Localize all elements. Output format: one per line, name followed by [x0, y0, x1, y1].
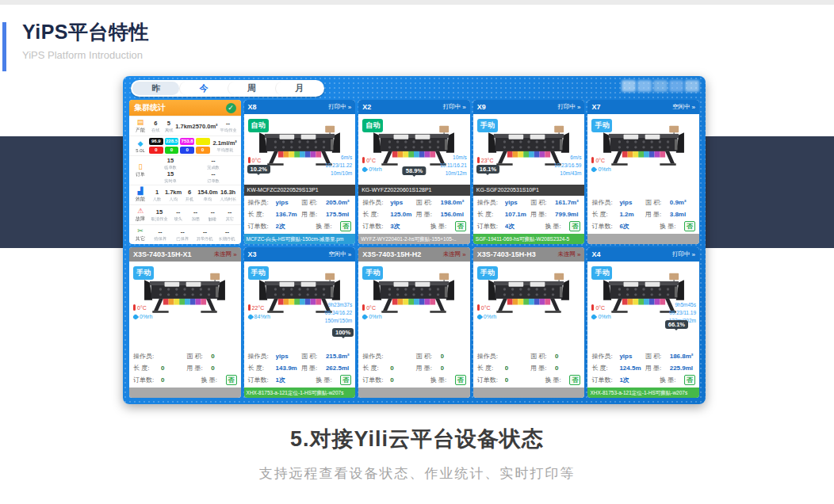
ink-label: 用 墨: — [645, 210, 670, 219]
mode-badge[interactable]: 手动 — [477, 266, 498, 280]
device-status[interactable]: 空闲中 » — [328, 250, 351, 258]
stat-value: 15 — [149, 157, 192, 164]
stat-label: 待保养 — [151, 235, 170, 240]
ink-change-badge[interactable]: 否 — [569, 221, 580, 231]
droplet-icon — [476, 313, 483, 319]
stat-value: 2570.0m² — [193, 123, 218, 130]
operator-label: 操作员: — [248, 198, 276, 207]
ink-change-badge[interactable]: 否 — [455, 221, 466, 231]
mode-badge[interactable]: 手动 — [362, 266, 383, 280]
ink-change-label: 换 墨: — [316, 222, 340, 231]
area-value: 161.7m² — [555, 199, 580, 206]
device-status-label: 打印中 — [557, 103, 576, 111]
stat-value: 154.0m — [197, 189, 217, 196]
area-label: 面 积: — [530, 352, 555, 361]
stat-cell: --长期停机 — [216, 228, 238, 242]
yili-cloud-dashboard: 昨 今 周 月 集群统计 ✓ ▤产能6在线5离线1.7km2570.0m²--平… — [123, 76, 706, 404]
temperature: 0°C — [362, 304, 381, 311]
print-progress-info: 10m/s10.11/16.2110m/12m — [440, 154, 467, 178]
efficiency-chart-icon: ▟ — [132, 187, 149, 195]
printer-illustration — [373, 272, 454, 316]
device-status[interactable]: 打印中 » — [672, 250, 695, 258]
stat-value: 1.7km — [165, 189, 182, 196]
stats-header[interactable]: 集群统计 ✓ — [129, 100, 241, 116]
mode-badge[interactable]: 手动 — [591, 266, 612, 280]
tab-today[interactable]: 今 — [179, 82, 227, 95]
device-status[interactable]: 未连网 » — [214, 250, 237, 258]
ink-level-chip: 0 — [165, 147, 179, 154]
ink-change-badge[interactable]: 否 — [340, 375, 351, 385]
tab-yesterday[interactable]: 昨 — [132, 82, 179, 95]
stat-cell: 1.7km人均 — [165, 189, 182, 202]
stat-value: -- — [149, 228, 171, 235]
device-card[interactable]: X2 打印中 » 自动 0°C 0%rh 10m/s10.11/16.2110m… — [358, 100, 470, 244]
stat-label: 喷头 — [171, 216, 185, 220]
temperature: 0°C — [362, 157, 381, 163]
temperature: 0°C — [133, 304, 152, 311]
stat-label: 已保养 — [174, 235, 192, 240]
mode-badge[interactable]: 手动 — [248, 266, 269, 280]
device-card[interactable]: X3 空闲中 » 手动 22°C 84%rh 9h23m37s09.34/16.… — [244, 247, 356, 398]
device-status[interactable]: 打印中 » — [328, 103, 351, 111]
fault-icon: ⚠ — [132, 207, 149, 215]
stat-label: 平均作业 — [220, 127, 236, 132]
device-card-header: X3S-7403-15H-H3 未连网 » — [473, 247, 585, 262]
stat-cell: --订单数 — [192, 170, 235, 184]
operator-value: yips — [619, 199, 645, 206]
operator-value: yips — [505, 199, 530, 206]
page-subtitle: YiPS Platform Introduction — [22, 49, 149, 61]
device-card[interactable]: X7 空闲中 » 手动 0°C 0%rh — [587, 100, 699, 244]
device-card[interactable]: X8 打印中 » 自动 0°C 0%rh 6m/s10.23/11.2210m/… — [244, 100, 356, 244]
print-metric: 6m/s — [325, 154, 352, 162]
thermometer-icon — [362, 157, 365, 163]
mode-badge[interactable]: 手动 — [591, 119, 612, 132]
device-card[interactable]: X3S-7403-15H-H2 未连网 » 手动 0°C 0%rh — [358, 247, 470, 398]
ink-change-badge[interactable]: 否 — [684, 375, 695, 385]
stat-cell: 1人数 — [149, 189, 165, 202]
device-status[interactable]: 空闲中 » — [672, 103, 695, 111]
device-grid: 集群统计 ✓ ▤产能6在线5离线1.7km2570.0m²--平均作业◆5.0L… — [129, 100, 699, 398]
droplet-icon — [362, 313, 368, 319]
device-name: X9 — [477, 103, 486, 111]
progress-tooltip: 66.1% — [665, 320, 688, 329]
ink-change-badge[interactable]: 否 — [455, 375, 466, 385]
ink-change-badge[interactable]: 否 — [226, 375, 237, 385]
ink-change-badge[interactable]: 否 — [340, 221, 351, 231]
environment-readings: 0°C 0%rh — [591, 157, 610, 172]
device-status[interactable]: 未连网 » — [557, 250, 580, 258]
temperature-value: 0°C — [595, 305, 605, 311]
device-name: X3S-7403-15H-X1 — [133, 250, 192, 258]
ink-drop-icon: ◆ — [132, 139, 149, 147]
mode-badge[interactable]: 手动 — [133, 266, 154, 280]
capacity-icon: ▤ — [132, 118, 149, 126]
printer-zone: 手动 0°C 0%rh — [587, 114, 699, 196]
device-card[interactable]: X9 打印中 » 手动 23°C 84%rh 6m/s10.23/16.5910… — [473, 100, 585, 244]
device-card[interactable]: X3S-7403-15H-X1 未连网 » 手动 0°C 0%rh — [129, 247, 241, 398]
length-label: 长 度: — [591, 364, 619, 372]
mode-badge[interactable]: 手动 — [477, 119, 498, 132]
ink-level-chip — [196, 138, 210, 145]
operator-label: 操作员: — [362, 352, 390, 361]
mode-badge[interactable]: 自动 — [362, 119, 383, 132]
device-card[interactable]: X4 打印中 » 手动 0°C 0%rh 9h5m45s09.23/11.191… — [587, 247, 699, 398]
ink-change-badge[interactable]: 否 — [684, 221, 695, 231]
operator-value: yips — [276, 199, 301, 206]
caption: 5.对接Yili云平台设备状态 支持远程查看设备状态、作业统计、实时打印等 — [0, 425, 834, 483]
tab-week[interactable]: 周 — [228, 82, 275, 95]
ink-label: 用 墨: — [530, 364, 555, 372]
stats-body: ▤产能6在线5离线1.7km2570.0m²--平均作业◆5.0L96.9228… — [129, 116, 241, 244]
tab-month[interactable]: 月 — [275, 82, 323, 95]
device-status[interactable]: 打印中 » — [443, 103, 466, 111]
print-metric: 10.23/16.59 — [554, 162, 581, 170]
device-status[interactable]: 未连网 » — [443, 250, 466, 258]
mode-badge[interactable]: 自动 — [248, 119, 269, 132]
time-range-tabs: 昨 今 周 月 — [131, 80, 324, 97]
ink-change-badge[interactable]: 否 — [569, 375, 580, 385]
device-card[interactable]: X3S-7403-15H-H3 未连网 » 手动 0°C 0%rh — [473, 247, 585, 398]
ink-level-chip: 0 — [196, 147, 210, 154]
stat-cell: 15实时单 — [149, 170, 192, 184]
device-status[interactable]: 打印中 » — [557, 103, 580, 111]
stats-row: ⚠故障15取消作业--喷头--加墨--触碰--其它 — [129, 204, 241, 224]
device-name: X4 — [591, 250, 600, 258]
stat-cell: --异常停机 — [193, 228, 216, 242]
